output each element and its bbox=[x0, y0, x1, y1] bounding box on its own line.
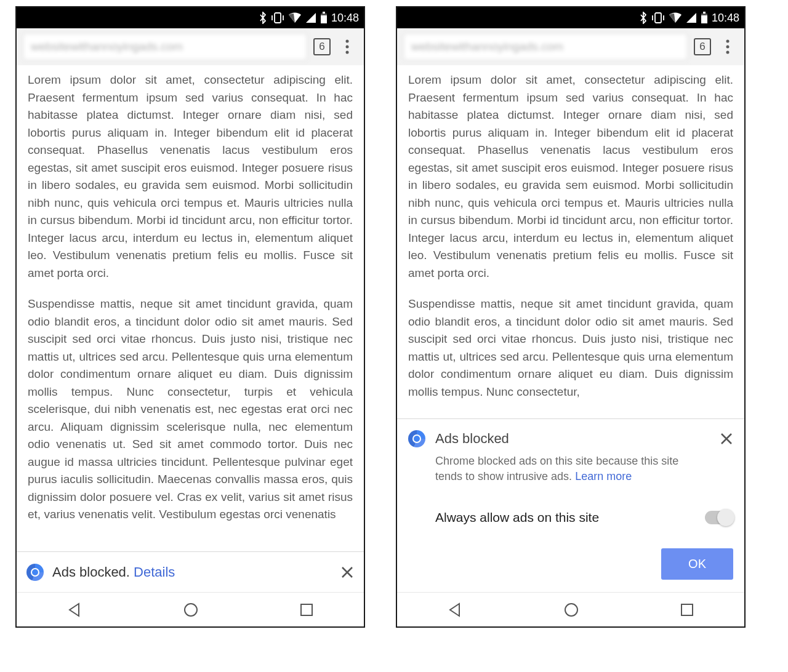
wifi-icon bbox=[669, 12, 682, 23]
menu-button[interactable] bbox=[717, 39, 738, 54]
phone-left: 10:48 websitewithannoyingads.com 6 Lorem… bbox=[15, 6, 365, 628]
tab-switcher[interactable]: 6 bbox=[313, 38, 331, 55]
bluetooth-icon bbox=[259, 12, 267, 24]
recents-icon[interactable] bbox=[680, 602, 694, 617]
sheet-description: Chrome blocked ads on this site because … bbox=[435, 454, 694, 484]
sheet-title: Ads blocked bbox=[435, 431, 710, 447]
home-icon[interactable] bbox=[563, 602, 579, 618]
recents-icon[interactable] bbox=[299, 602, 314, 617]
svg-rect-0 bbox=[275, 13, 281, 23]
snackbar-label: Ads blocked. bbox=[52, 564, 130, 580]
svg-point-7 bbox=[185, 604, 197, 616]
svg-point-5 bbox=[346, 46, 349, 49]
status-bar: 10:48 bbox=[397, 7, 744, 28]
ok-button[interactable]: OK bbox=[661, 548, 733, 580]
svg-rect-2 bbox=[323, 12, 325, 14]
snackbar-details-link[interactable]: Details bbox=[134, 564, 175, 580]
vibrate-icon bbox=[651, 12, 665, 23]
phone-right: 10:48 websitewithannoyingads.com 6 Lorem… bbox=[396, 6, 746, 628]
svg-point-15 bbox=[726, 51, 730, 54]
svg-point-14 bbox=[726, 46, 730, 49]
back-icon[interactable] bbox=[447, 602, 463, 618]
wifi-icon bbox=[288, 12, 302, 23]
android-navbar bbox=[17, 592, 364, 626]
status-time: 10:48 bbox=[712, 12, 739, 25]
close-icon[interactable] bbox=[720, 432, 733, 446]
svg-rect-8 bbox=[301, 604, 312, 615]
kebab-icon bbox=[726, 39, 730, 54]
menu-button[interactable] bbox=[337, 39, 358, 54]
svg-rect-12 bbox=[701, 14, 707, 15]
tab-switcher[interactable]: 6 bbox=[694, 38, 711, 55]
ads-blocked-sheet: Ads blocked Chrome blocked ads on this s… bbox=[397, 418, 744, 592]
learn-more-link[interactable]: Learn more bbox=[575, 470, 632, 482]
svg-point-4 bbox=[346, 40, 349, 43]
status-bar: 10:48 bbox=[17, 7, 364, 28]
ads-blocked-snackbar: Ads blocked. Details bbox=[17, 551, 364, 592]
body-paragraph: Lorem ipsum dolor sit amet, consectetur … bbox=[28, 71, 353, 282]
close-icon[interactable] bbox=[340, 566, 354, 579]
cellular-icon bbox=[305, 12, 316, 23]
cellular-icon bbox=[686, 12, 697, 23]
svg-rect-3 bbox=[321, 14, 327, 15]
svg-rect-11 bbox=[703, 12, 706, 14]
url-input[interactable]: websitewithannoyingads.com bbox=[23, 33, 307, 60]
back-icon[interactable] bbox=[66, 602, 82, 618]
svg-point-13 bbox=[726, 40, 730, 43]
chrome-icon bbox=[408, 430, 425, 447]
url-input[interactable]: websitewithannoyingads.com bbox=[403, 33, 688, 60]
page-content[interactable]: Lorem ipsum dolor sit amet, consectetur … bbox=[397, 65, 744, 418]
chrome-icon bbox=[26, 564, 44, 581]
svg-rect-17 bbox=[681, 604, 693, 615]
toggle-label: Always allow ads on this site bbox=[435, 510, 599, 525]
battery-icon bbox=[320, 12, 328, 24]
body-paragraph: Suspendisse mattis, neque sit amet tinci… bbox=[28, 295, 353, 524]
bluetooth-icon bbox=[639, 12, 648, 24]
home-icon[interactable] bbox=[183, 602, 199, 618]
page-content[interactable]: Lorem ipsum dolor sit amet, consectetur … bbox=[17, 65, 364, 551]
body-paragraph: Suspendisse mattis, neque sit amet tinci… bbox=[408, 295, 733, 401]
svg-point-6 bbox=[346, 51, 349, 54]
status-time: 10:48 bbox=[331, 12, 359, 25]
body-paragraph: Lorem ipsum dolor sit amet, consectetur … bbox=[408, 71, 733, 282]
svg-point-16 bbox=[565, 604, 577, 616]
svg-rect-9 bbox=[655, 13, 661, 23]
kebab-icon bbox=[345, 39, 349, 54]
battery-icon bbox=[701, 12, 708, 24]
omnibox-row: websitewithannoyingads.com 6 bbox=[397, 28, 744, 65]
omnibox-row: websitewithannoyingads.com 6 bbox=[17, 28, 364, 65]
android-navbar bbox=[397, 592, 744, 626]
vibrate-icon bbox=[271, 12, 284, 23]
allow-ads-toggle[interactable] bbox=[705, 511, 733, 524]
